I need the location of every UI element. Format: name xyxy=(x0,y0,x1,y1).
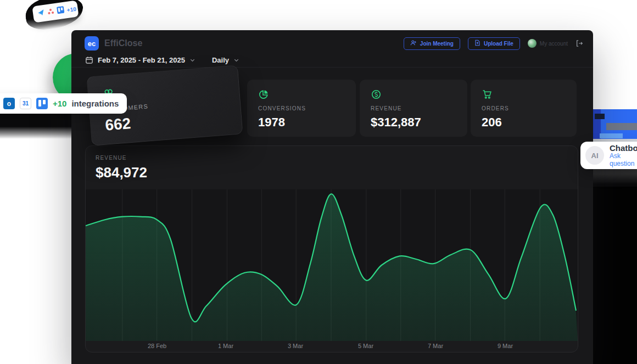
calendar-icon xyxy=(85,56,93,64)
x-axis: 28 Feb1 Mar3 Mar5 Mar7 Mar9 Mar xyxy=(86,341,578,352)
dollar-circle-icon xyxy=(371,89,456,100)
stat-label: CONVERSIONS xyxy=(258,105,345,111)
meeting-people-icon xyxy=(410,40,417,47)
my-account-label: My account xyxy=(540,41,568,47)
app-logo: ec xyxy=(85,36,99,51)
revenue-chart-card: REVENUE $84,972 28 Feb1 Mar3 Mar5 Mar7 M… xyxy=(85,145,578,352)
revenue-panel-header: REVENUE $84,972 xyxy=(96,155,147,181)
trello-icon xyxy=(57,5,65,16)
logout-icon[interactable] xyxy=(575,40,583,47)
dashboard-header: ec EffiClose Join Meeting Upload File xyxy=(85,35,583,52)
page: +10 ec EffiClose Join Meeting xyxy=(0,0,637,364)
avatar xyxy=(528,39,537,48)
black-panel-right xyxy=(593,187,637,364)
granularity-value: Daily xyxy=(212,56,229,64)
chat-window-row xyxy=(606,123,637,130)
more-apps-count: +10 xyxy=(66,5,76,13)
ask-question-link[interactable]: Ask question xyxy=(610,153,637,168)
granularity-selector[interactable]: Daily xyxy=(212,56,239,64)
header-actions: Join Meeting Upload File My account xyxy=(404,37,583,50)
upload-file-label: Upload File xyxy=(484,41,513,47)
revenue-panel-label: REVENUE xyxy=(96,155,147,161)
integrations-count: +10 xyxy=(53,99,66,108)
chat-window-corner xyxy=(595,114,605,119)
filter-row: Feb 7, 2025 - Feb 21, 2025 Daily xyxy=(85,53,239,66)
stat-card-orders: ORDERS 206 xyxy=(471,80,577,137)
date-range-value: Feb 7, 2025 - Feb 21, 2025 xyxy=(98,56,185,64)
chatbot-title: Chatbot xyxy=(610,143,637,153)
stat-value: 1978 xyxy=(258,115,345,130)
my-account-button[interactable]: My account xyxy=(528,39,568,48)
date-range-selector[interactable]: Feb 7, 2025 - Feb 21, 2025 xyxy=(85,56,195,64)
x-tick-label: 7 Mar xyxy=(428,343,443,349)
chat-window-row xyxy=(600,133,623,138)
dashboard-window: ec EffiClose Join Meeting Upload File xyxy=(71,30,593,364)
stat-label: ORDERS xyxy=(482,105,566,111)
upload-file-icon xyxy=(474,40,480,47)
x-tick-label: 1 Mar xyxy=(218,343,233,349)
brand: ec EffiClose xyxy=(85,36,142,51)
telegram-icon xyxy=(37,8,45,19)
app-name: EffiClose xyxy=(104,38,142,48)
header-divider xyxy=(71,67,593,68)
integrations-label: integrations xyxy=(71,99,119,108)
upload-file-button[interactable]: Upload File xyxy=(468,37,520,50)
trello-icon xyxy=(36,98,48,109)
join-meeting-label: Join Meeting xyxy=(420,41,454,47)
outlook-icon: o xyxy=(3,98,15,109)
join-meeting-button[interactable]: Join Meeting xyxy=(404,37,460,50)
ink-blob-left xyxy=(0,111,75,139)
stat-value: 206 xyxy=(482,115,566,130)
asana-icon xyxy=(47,7,55,18)
google-calendar-icon: 31 xyxy=(20,98,31,109)
revenue-panel-value: $84,972 xyxy=(96,164,147,181)
chevron-down-icon xyxy=(233,57,239,63)
integrations-pill: o 31 +10 integrations xyxy=(0,93,127,114)
stat-card-revenue: REVENUE $312,887 xyxy=(360,80,467,137)
ai-avatar: AI xyxy=(585,146,604,165)
revenue-chart-plot xyxy=(86,189,578,341)
chatbot-card[interactable]: AI Chatbot Ask question xyxy=(580,142,637,169)
stat-card-conversions: CONVERSIONS 1978 xyxy=(247,80,356,137)
revenue-chart-svg xyxy=(86,189,578,341)
x-tick-label: 9 Mar xyxy=(498,343,513,349)
x-tick-label: 3 Mar xyxy=(288,343,303,349)
pie-chart-icon xyxy=(258,89,345,100)
stat-label: REVENUE xyxy=(371,105,456,111)
chevron-down-icon xyxy=(189,57,195,63)
x-tick-label: 28 Feb xyxy=(148,343,166,349)
x-tick-label: 5 Mar xyxy=(358,343,373,349)
cart-icon xyxy=(482,89,566,100)
chat-window-preview xyxy=(593,109,637,143)
stat-value: $312,887 xyxy=(371,115,456,130)
